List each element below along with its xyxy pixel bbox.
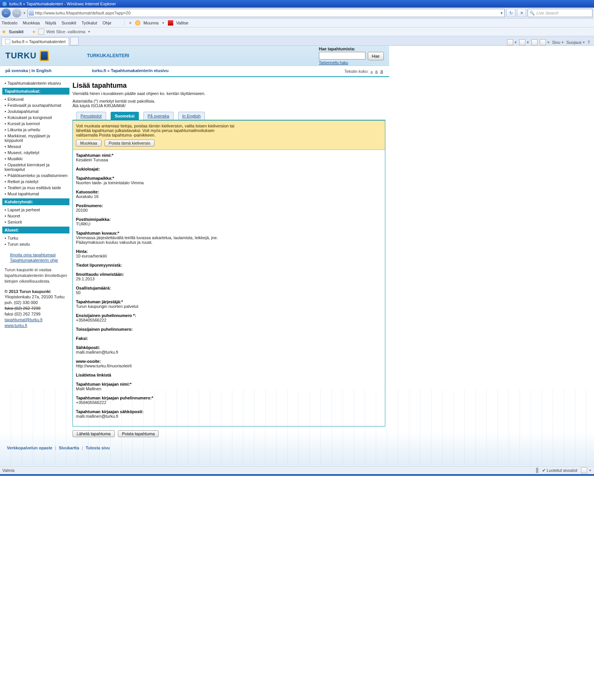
field-value: Turun kaupungin nuorten palvelut [76,304,382,309]
field-value: Malli Mallinen [76,386,382,391]
tab-perustiedot[interactable]: Perustiedot [76,112,106,120]
browser-menubar: Tiedosto Muokkaa Näytä Suosikit Työkalut… [0,19,594,27]
text-size-medium[interactable]: a [375,69,378,74]
sidebar-cat-12[interactable]: Retket ja risteilyt [5,179,69,185]
sidebar-cat-4[interactable]: Kurssit ja luennot [5,121,69,127]
menu-ohje[interactable]: Ohje [103,21,111,25]
mail-button[interactable] [531,39,538,45]
webslice-dropdown[interactable]: ▼ [87,30,90,34]
field-label: Tiedot lipunmyynnistä: [76,263,382,267]
field-6: Tapahtuman kuvaus:*Vimmassa järjestettäv… [76,231,382,245]
field-7: Hinta:10 euroa/henkilö [76,249,382,258]
muunna-dropdown[interactable]: ▼ [162,21,165,25]
feeds-button[interactable]: ▼ [519,39,529,45]
logo[interactable]: TURKU [5,50,49,61]
site-search-input[interactable] [319,52,365,60]
text-size-control: Tekstin koko: a a a [344,68,384,74]
site-search-button[interactable]: Hae [368,52,384,60]
tab-english[interactable]: In English [178,112,205,120]
delete-event-button[interactable]: Poista tapahtuma [118,430,159,437]
tab-svenska[interactable]: På svenska [143,112,174,120]
field-label: Tapahtuman kirjaajan nimi:* [76,382,382,386]
address-dropdown[interactable]: ▾ [500,11,504,16]
lang-svenska[interactable]: på svenska [5,68,28,73]
footer-sitemap[interactable]: Sivukartta [59,446,79,450]
footer-print[interactable]: Tulosta sivu [85,446,109,450]
status-icons [536,468,538,473]
breadcrumb[interactable]: turku.fi » Tapahtumakalenterin etusivu [92,68,169,73]
close-x-icon[interactable]: ✕ [129,21,132,26]
menu-suosikit[interactable]: Suosikit [61,21,76,25]
back-button[interactable]: ← [2,8,11,18]
lang-english[interactable]: in English [31,68,52,73]
field-value: malli.mallinen@turku.fi [76,414,382,418]
tools-menu[interactable]: T [588,40,590,45]
refresh-button[interactable]: ↻ [506,9,515,17]
sidebar-cat-10[interactable]: Opastetut kierrokset ja kiertoajelut [5,162,69,172]
stop-button[interactable]: ✕ [517,9,526,17]
sidebar-grp-0[interactable]: Lapset ja perheet [5,207,69,213]
sidebar-cat-8[interactable]: Museot, näyttelyt [5,150,69,156]
sidebar-cat-0[interactable]: Elokuvat [5,96,69,102]
sidebar-cat-6[interactable]: Markkinat, myyjäiset ja kirpputorit [5,133,69,143]
page-menu[interactable]: Sivu▼ [552,40,564,45]
site-header: TURKU TURKUKALENTERI Hae tapahtumista: H… [0,46,389,66]
sidebar-cat-7[interactable]: Messut [5,143,69,150]
address-bar[interactable]: http://www.turku.fi/tapahtumat/default.a… [27,9,505,17]
field-label: Hinta: [76,249,382,254]
webslice-link[interactable]: Web Slice -valikoima [47,29,85,34]
sidebar-link-ilmoita[interactable]: Ilmoita oma tapahtumasi [10,253,69,257]
home-button[interactable]: ▼ [507,39,517,45]
field-value: Kesäleiri Turussa [76,158,382,162]
new-tab-button[interactable] [70,37,79,45]
sidebar-email-link[interactable]: tapahtumat@turku.fi [5,317,42,322]
sidebar-link-ohje[interactable]: Tapahtumakalenterin ohje [10,258,69,262]
sidebar-grp-1[interactable]: Nuoret [5,213,69,219]
forward-button[interactable]: → [12,8,21,18]
menu-tyokalut[interactable]: Työkalut [82,21,97,25]
sidebar-cat-3[interactable]: Kokoukset ja kongressit [5,114,69,121]
taskbar-strip [0,474,594,476]
menu-muunna[interactable]: Muunna [143,21,159,25]
advanced-search-link[interactable]: Tarkennettu haku [319,61,348,65]
browser-tabbar: turku.fi » Tapahtumakalenteri ▼ ▼ ▼ Sivu… [0,36,594,46]
sidebar-grp-2[interactable]: Seniorit [5,219,69,225]
sidebar-cat-1[interactable]: Festivaalit ja suurtapahtumat [5,102,69,108]
field-19: Tapahtuman kirjaajan puhelinnumero:*+358… [76,396,382,405]
favorites-star-icon[interactable]: ★ [2,29,6,35]
footer-help[interactable]: Verkkopalvelun opaste [7,446,52,450]
menu-nayta[interactable]: Näytä [45,21,56,25]
sidebar-area-1[interactable]: Turun seutu [5,241,69,247]
menu-valitse[interactable]: Valitse [176,21,188,25]
favorites-label[interactable]: Suosikit [9,29,24,34]
sidebar-area-0[interactable]: Turku [5,235,69,241]
sidebar-home-link[interactable]: Tapahtumakalenterin etusivu [5,80,69,86]
sidebar-cat-11[interactable]: Päätöksenteko ja osallistuminen [5,172,69,179]
text-size-large[interactable]: a [380,68,383,74]
menu-muokkaa[interactable]: Muokkaa [23,21,40,25]
edit-button[interactable]: Muokkaa [76,140,101,146]
add-fav-icon[interactable]: ★ [32,29,36,34]
print-button[interactable]: ▼ [540,39,550,45]
browser-tab[interactable]: turku.fi » Tapahtumakalenteri [2,37,69,45]
nav-history-dropdown[interactable]: ▼ [23,11,26,15]
tab-suomeksi[interactable]: Suomeksi [111,112,139,120]
submit-button[interactable]: Lähetä tapahtuma [72,430,115,437]
sidebar-cat-2[interactable]: Joulutapahtumat [5,108,69,114]
webslice-icon [38,29,44,35]
menu-tiedosto[interactable]: Tiedosto [2,21,18,25]
tab-label: turku.fi » Tapahtumakalenteri [12,39,66,44]
delete-lang-button[interactable]: Poista tämä kieliversio [105,140,155,146]
text-size-small[interactable]: a [371,70,373,74]
browser-search[interactable]: 🔍 Live Search [528,9,592,17]
field-value: Nuorten taide- ja toimintatalo Vimma [76,180,382,185]
zoom-control[interactable]: ▼ [581,467,592,473]
sidebar-cat-13[interactable]: Teatteri ja muu esittävä taide [5,185,69,191]
safety-menu[interactable]: Suojaus▼ [567,40,586,45]
sidebar-web-link[interactable]: www.turku.fi [5,323,27,328]
sidebar-cat-5[interactable]: Liikunta ja urheilu [5,127,69,133]
sidebar-cat-14[interactable]: Muut tapahtumat [5,191,69,197]
field-17: Lisätietoa linkistä [76,373,382,377]
sidebar-cat-9[interactable]: Musiikki [5,156,69,162]
field-label: Postinumero: [76,203,382,208]
